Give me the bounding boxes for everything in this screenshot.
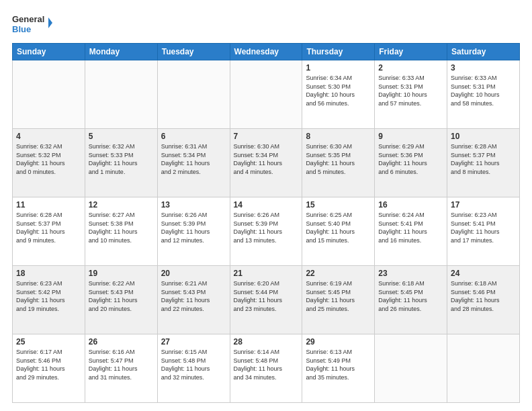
svg-text:Blue: Blue [12, 24, 31, 34]
day-info: Sunrise: 6:13 AM Sunset: 5:49 PM Dayligh… [306, 348, 371, 381]
day-info: Sunrise: 6:27 AM Sunset: 5:38 PM Dayligh… [89, 211, 154, 244]
day-info: Sunrise: 6:29 AM Sunset: 5:36 PM Dayligh… [378, 142, 443, 176]
calendar-day-4: 4Sunrise: 6:32 AM Sunset: 5:32 PM Daylig… [13, 129, 85, 197]
calendar-day-8: 8Sunrise: 6:30 AM Sunset: 5:35 PM Daylig… [302, 129, 375, 197]
calendar-day-20: 20Sunrise: 6:21 AM Sunset: 5:43 PM Dayli… [157, 266, 230, 334]
calendar-day-22: 22Sunrise: 6:19 AM Sunset: 5:45 PM Dayli… [302, 266, 375, 334]
calendar-day-1: 1Sunrise: 6:34 AM Sunset: 5:30 PM Daylig… [302, 60, 375, 129]
day-number: 18 [16, 269, 81, 278]
day-header-friday: Friday [375, 44, 447, 60]
calendar-day-14: 14Sunrise: 6:26 AM Sunset: 5:39 PM Dayli… [230, 197, 302, 266]
svg-text:General: General [12, 14, 44, 24]
svg-marker-2 [48, 17, 52, 28]
calendar-day-24: 24Sunrise: 6:18 AM Sunset: 5:46 PM Dayli… [447, 266, 520, 334]
day-info: Sunrise: 6:28 AM Sunset: 5:37 PM Dayligh… [451, 142, 516, 176]
day-info: Sunrise: 6:19 AM Sunset: 5:45 PM Dayligh… [306, 279, 371, 313]
day-number: 17 [451, 200, 516, 210]
calendar-day-12: 12Sunrise: 6:27 AM Sunset: 5:38 PM Dayli… [85, 197, 157, 266]
calendar-day-29: 29Sunrise: 6:13 AM Sunset: 5:49 PM Dayli… [302, 334, 375, 403]
day-number: 10 [451, 132, 516, 141]
logo: General Blue [12, 12, 52, 36]
day-number: 11 [16, 200, 81, 210]
day-info: Sunrise: 6:26 AM Sunset: 5:39 PM Dayligh… [161, 211, 226, 244]
calendar-week-4: 18Sunrise: 6:23 AM Sunset: 5:42 PM Dayli… [13, 266, 520, 334]
day-number: 2 [378, 63, 443, 73]
day-number: 4 [16, 132, 81, 141]
calendar-day-17: 17Sunrise: 6:23 AM Sunset: 5:41 PM Dayli… [447, 197, 520, 266]
header: General Blue [12, 12, 520, 36]
day-info: Sunrise: 6:26 AM Sunset: 5:39 PM Dayligh… [234, 211, 299, 244]
day-number: 9 [378, 132, 443, 141]
calendar-day-empty [230, 60, 302, 129]
calendar-day-23: 23Sunrise: 6:18 AM Sunset: 5:45 PM Dayli… [375, 266, 447, 334]
day-header-monday: Monday [85, 44, 157, 60]
calendar-day-2: 2Sunrise: 6:33 AM Sunset: 5:31 PM Daylig… [375, 60, 447, 129]
calendar-day-empty [375, 334, 447, 403]
day-header-tuesday: Tuesday [157, 44, 230, 60]
day-number: 24 [451, 269, 516, 278]
calendar-day-26: 26Sunrise: 6:16 AM Sunset: 5:47 PM Dayli… [85, 334, 157, 403]
calendar-day-19: 19Sunrise: 6:22 AM Sunset: 5:43 PM Dayli… [85, 266, 157, 334]
calendar-day-empty [85, 60, 157, 129]
day-info: Sunrise: 6:28 AM Sunset: 5:37 PM Dayligh… [16, 211, 81, 244]
day-info: Sunrise: 6:23 AM Sunset: 5:41 PM Dayligh… [451, 211, 516, 244]
calendar-day-3: 3Sunrise: 6:33 AM Sunset: 5:31 PM Daylig… [447, 60, 520, 129]
calendar-week-2: 4Sunrise: 6:32 AM Sunset: 5:32 PM Daylig… [13, 129, 520, 197]
day-info: Sunrise: 6:16 AM Sunset: 5:47 PM Dayligh… [89, 348, 154, 381]
calendar-header-row: SundayMondayTuesdayWednesdayThursdayFrid… [13, 44, 520, 60]
day-info: Sunrise: 6:31 AM Sunset: 5:34 PM Dayligh… [161, 142, 226, 176]
day-number: 8 [306, 132, 371, 141]
day-info: Sunrise: 6:33 AM Sunset: 5:31 PM Dayligh… [378, 74, 443, 107]
day-number: 7 [234, 132, 299, 141]
day-header-saturday: Saturday [447, 44, 520, 60]
calendar-table: SundayMondayTuesdayWednesdayThursdayFrid… [12, 43, 520, 403]
day-info: Sunrise: 6:18 AM Sunset: 5:45 PM Dayligh… [378, 279, 443, 313]
calendar-day-7: 7Sunrise: 6:30 AM Sunset: 5:34 PM Daylig… [230, 129, 302, 197]
day-number: 3 [451, 63, 516, 73]
calendar-day-13: 13Sunrise: 6:26 AM Sunset: 5:39 PM Dayli… [157, 197, 230, 266]
day-number: 26 [89, 337, 154, 347]
calendar-day-28: 28Sunrise: 6:14 AM Sunset: 5:48 PM Dayli… [230, 334, 302, 403]
calendar-day-11: 11Sunrise: 6:28 AM Sunset: 5:37 PM Dayli… [13, 197, 85, 266]
day-number: 19 [89, 269, 154, 278]
day-info: Sunrise: 6:20 AM Sunset: 5:44 PM Dayligh… [234, 279, 299, 313]
day-number: 20 [161, 269, 226, 278]
calendar-week-1: 1Sunrise: 6:34 AM Sunset: 5:30 PM Daylig… [13, 60, 520, 129]
calendar-day-empty [13, 60, 85, 129]
day-header-thursday: Thursday [302, 44, 375, 60]
day-header-sunday: Sunday [13, 44, 85, 60]
day-info: Sunrise: 6:17 AM Sunset: 5:46 PM Dayligh… [16, 348, 81, 381]
calendar-day-27: 27Sunrise: 6:15 AM Sunset: 5:48 PM Dayli… [157, 334, 230, 403]
day-number: 21 [234, 269, 299, 278]
day-info: Sunrise: 6:32 AM Sunset: 5:32 PM Dayligh… [16, 142, 81, 176]
day-info: Sunrise: 6:25 AM Sunset: 5:40 PM Dayligh… [306, 211, 371, 244]
day-info: Sunrise: 6:33 AM Sunset: 5:31 PM Dayligh… [451, 74, 516, 107]
day-info: Sunrise: 6:22 AM Sunset: 5:43 PM Dayligh… [89, 279, 154, 313]
day-number: 29 [306, 337, 371, 347]
day-info: Sunrise: 6:21 AM Sunset: 5:43 PM Dayligh… [161, 279, 226, 313]
day-number: 5 [89, 132, 154, 141]
calendar-day-25: 25Sunrise: 6:17 AM Sunset: 5:46 PM Dayli… [13, 334, 85, 403]
calendar-day-21: 21Sunrise: 6:20 AM Sunset: 5:44 PM Dayli… [230, 266, 302, 334]
day-number: 12 [89, 200, 154, 210]
calendar-week-5: 25Sunrise: 6:17 AM Sunset: 5:46 PM Dayli… [13, 334, 520, 403]
calendar-day-empty [447, 334, 520, 403]
calendar-week-3: 11Sunrise: 6:28 AM Sunset: 5:37 PM Dayli… [13, 197, 520, 266]
day-number: 13 [161, 200, 226, 210]
day-number: 25 [16, 337, 81, 347]
day-number: 15 [306, 200, 371, 210]
day-info: Sunrise: 6:15 AM Sunset: 5:48 PM Dayligh… [161, 348, 226, 381]
calendar-day-15: 15Sunrise: 6:25 AM Sunset: 5:40 PM Dayli… [302, 197, 375, 266]
day-info: Sunrise: 6:34 AM Sunset: 5:30 PM Dayligh… [306, 74, 371, 107]
day-info: Sunrise: 6:30 AM Sunset: 5:35 PM Dayligh… [306, 142, 371, 176]
day-number: 14 [234, 200, 299, 210]
calendar-day-empty [157, 60, 230, 129]
day-number: 6 [161, 132, 226, 141]
day-header-wednesday: Wednesday [230, 44, 302, 60]
calendar-day-16: 16Sunrise: 6:24 AM Sunset: 5:41 PM Dayli… [375, 197, 447, 266]
calendar-day-5: 5Sunrise: 6:32 AM Sunset: 5:33 PM Daylig… [85, 129, 157, 197]
day-info: Sunrise: 6:32 AM Sunset: 5:33 PM Dayligh… [89, 142, 154, 176]
logo-svg: General Blue [12, 12, 52, 36]
day-number: 1 [306, 63, 371, 73]
day-number: 27 [161, 337, 226, 347]
